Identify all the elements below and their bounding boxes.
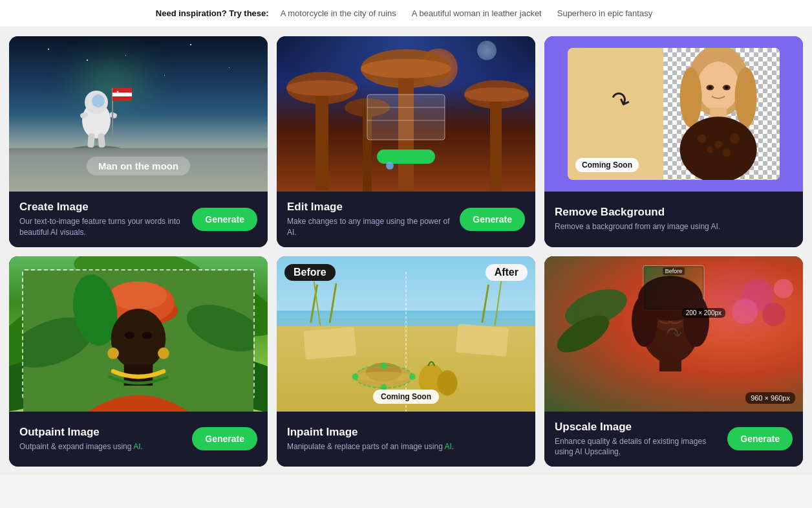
svg-rect-11 bbox=[112, 93, 132, 96]
svg-point-39 bbox=[730, 134, 740, 144]
card-upscale-image-text: Upscale Image Enhance quality & details … bbox=[555, 421, 720, 458]
svg-point-36 bbox=[679, 116, 756, 180]
card-inpaint-image-title: Inpaint Image bbox=[287, 426, 525, 439]
svg-point-62 bbox=[125, 331, 135, 338]
card-remove-background-text: Remove Background Remove a background fr… bbox=[555, 206, 793, 232]
svg-point-33 bbox=[679, 67, 701, 128]
svg-line-68 bbox=[495, 281, 501, 326]
card-upscale-image-title: Upscale Image bbox=[555, 421, 720, 434]
card-edit-image-preview bbox=[277, 36, 535, 192]
card-inpaint-image-text: Inpaint Image Manipulate & replace parts… bbox=[287, 426, 525, 452]
inspiration-bar: Need inspiration? Try these: A motorcycl… bbox=[0, 0, 812, 27]
after-badge: After bbox=[486, 264, 528, 281]
svg-point-28 bbox=[386, 162, 394, 170]
svg-point-23 bbox=[464, 87, 529, 102]
svg-rect-16 bbox=[315, 87, 328, 190]
svg-point-20 bbox=[361, 59, 451, 78]
coming-soon-badge-inpaint: Coming Soon bbox=[373, 390, 439, 404]
outpaint-image-generate-button[interactable]: Generate bbox=[192, 427, 257, 450]
svg-rect-27 bbox=[377, 149, 435, 164]
svg-rect-93 bbox=[659, 352, 681, 371]
svg-point-17 bbox=[286, 80, 358, 96]
svg-rect-12 bbox=[112, 96, 132, 101]
card-create-image-footer: Create Image Our text-to-image feature t… bbox=[9, 192, 268, 247]
upscale-size-small-label: 200 × 200px bbox=[682, 308, 725, 318]
card-outpaint-image-footer: Outpaint Image Outpaint & expand images … bbox=[9, 412, 268, 467]
scifi-towers-illustration bbox=[277, 36, 535, 192]
svg-point-14 bbox=[114, 93, 116, 94]
svg-point-61 bbox=[158, 348, 169, 359]
upscale-image-generate-button[interactable]: Generate bbox=[727, 427, 793, 450]
svg-point-34 bbox=[734, 67, 756, 128]
card-outpaint-image-preview bbox=[9, 256, 268, 412]
svg-point-37 bbox=[698, 134, 707, 143]
svg-point-63 bbox=[142, 331, 153, 338]
svg-rect-7 bbox=[98, 133, 105, 148]
coming-soon-badge-remove-bg: Coming Soon bbox=[575, 158, 639, 172]
card-upscale-image-preview: Before ↷ bbox=[544, 256, 803, 412]
svg-line-64 bbox=[311, 284, 317, 322]
card-outpaint-image-desc: Outpaint & expand images using AI. bbox=[19, 441, 184, 452]
svg-rect-6 bbox=[87, 133, 95, 148]
cards-grid: Man on the moon Create Image Our text-to… bbox=[0, 27, 812, 476]
moon-label: Man on the moon bbox=[87, 157, 190, 175]
card-remove-background: ↷ bbox=[544, 36, 803, 247]
card-inpaint-image-desc: Manipulate & replace parts of an image u… bbox=[287, 441, 525, 452]
inspiration-link-3[interactable]: Superhero in epic fantasy bbox=[553, 6, 656, 20]
edit-image-generate-button[interactable]: Generate bbox=[460, 208, 525, 231]
card-edit-image: Edit Image Make changes to any image usi… bbox=[277, 36, 535, 247]
card-edit-image-desc: Make changes to any image using the powe… bbox=[287, 216, 452, 238]
upscale-size-large-label: 960 × 960px bbox=[745, 392, 795, 404]
woman-portrait-illustration bbox=[657, 48, 780, 180]
card-inpaint-image-preview: Before After Coming Soon bbox=[277, 256, 535, 412]
card-create-image-title: Create Image bbox=[19, 201, 184, 214]
svg-line-66 bbox=[330, 283, 336, 322]
card-create-image-desc: Our text-to-image feature turns your wor… bbox=[19, 216, 184, 238]
svg-point-40 bbox=[707, 146, 713, 153]
svg-point-38 bbox=[714, 140, 722, 148]
card-create-image-text: Create Image Our text-to-image feature t… bbox=[19, 201, 184, 238]
card-outpaint-image-text: Outpaint Image Outpaint & expand images … bbox=[19, 426, 184, 452]
svg-point-44 bbox=[709, 86, 712, 89]
svg-point-85 bbox=[774, 279, 793, 298]
svg-point-81 bbox=[437, 370, 457, 395]
svg-rect-22 bbox=[490, 93, 502, 192]
svg-point-83 bbox=[732, 298, 758, 324]
card-remove-background-desc: Remove a background from any image using… bbox=[555, 221, 793, 232]
inspiration-label: Need inspiration? Try these: bbox=[156, 8, 269, 18]
card-inpaint-image: Before After Coming Soon Inpaint Image M… bbox=[277, 256, 535, 467]
card-create-image: Man on the moon Create Image Our text-to… bbox=[9, 36, 268, 247]
arrow-decoration: ↷ bbox=[606, 85, 634, 117]
card-outpaint-image: Outpaint Image Outpaint & expand images … bbox=[9, 256, 268, 467]
svg-point-91 bbox=[632, 295, 657, 347]
card-remove-background-preview: ↷ bbox=[544, 36, 803, 192]
card-inpaint-image-footer: Inpaint Image Manipulate & replace parts… bbox=[277, 412, 535, 467]
svg-rect-26 bbox=[367, 94, 445, 140]
card-remove-background-title: Remove Background bbox=[555, 206, 793, 219]
card-outpaint-image-title: Outpaint Image bbox=[19, 426, 184, 439]
svg-point-41 bbox=[722, 148, 731, 157]
card-upscale-image-footer: Upscale Image Enhance quality & details … bbox=[544, 412, 803, 467]
svg-line-67 bbox=[482, 284, 489, 322]
svg-point-56 bbox=[110, 281, 167, 309]
inspiration-link-1[interactable]: A motorcycle in the city of ruins bbox=[277, 6, 400, 20]
inspiration-link-2[interactable]: A beautiful woman in leather jacket bbox=[408, 6, 546, 20]
card-edit-image-title: Edit Image bbox=[287, 201, 452, 214]
svg-rect-69 bbox=[303, 327, 356, 360]
svg-point-84 bbox=[762, 303, 785, 326]
svg-point-45 bbox=[725, 86, 728, 89]
svg-point-60 bbox=[107, 348, 119, 359]
svg-point-74 bbox=[355, 371, 412, 382]
card-edit-image-footer: Edit Image Make changes to any image usi… bbox=[277, 192, 535, 247]
card-create-image-preview: Man on the moon bbox=[9, 36, 268, 192]
astronaut-illustration bbox=[61, 69, 138, 153]
svg-point-92 bbox=[683, 295, 709, 347]
card-remove-background-footer: Remove Background Remove a background fr… bbox=[544, 192, 803, 247]
svg-point-13 bbox=[117, 91, 119, 93]
svg-point-32 bbox=[698, 61, 740, 111]
african-woman-illustration bbox=[23, 271, 253, 412]
before-after-badges: Before After bbox=[277, 264, 535, 281]
svg-point-58 bbox=[111, 309, 166, 369]
create-image-generate-button[interactable]: Generate bbox=[192, 208, 257, 231]
before-badge: Before bbox=[284, 264, 336, 281]
